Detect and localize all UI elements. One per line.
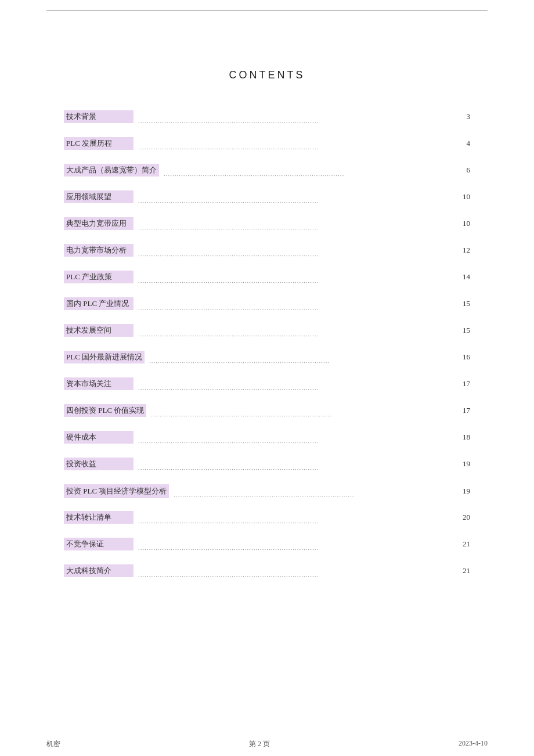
toc-title-12: 硬件成本 [64, 431, 134, 444]
toc-dots-9: ········································… [149, 359, 451, 366]
toc-title-16: 不竞争保证 [64, 538, 134, 550]
footer: 机密 第 2 页 2023-4-10 [0, 739, 534, 749]
toc-title-17: 大成科技简介 [64, 564, 134, 577]
toc-title-15: 技术转让清单 [64, 511, 134, 524]
toc-page-10: 17 [456, 379, 470, 388]
toc-page-15: 20 [456, 513, 470, 522]
toc-page-5: 12 [456, 246, 470, 255]
toc-page-11: 17 [456, 406, 470, 415]
toc-page-1: 4 [456, 139, 470, 148]
toc-page-6: 14 [456, 272, 470, 282]
toc-row: 技术发展空间 ·································… [64, 324, 470, 340]
toc-dots-17: ········································… [138, 573, 451, 579]
toc-dots-6: ········································… [138, 279, 451, 286]
toc-row: 国内 PLC 产业情况 ····························… [64, 297, 470, 314]
toc-dots-5: ········································… [138, 252, 451, 259]
toc-row: 投资收益 ···································… [64, 458, 470, 474]
toc-page-4: 10 [456, 219, 470, 228]
toc-page-12: 18 [456, 433, 470, 442]
toc-page-17: 21 [456, 566, 470, 575]
footer-left: 机密 [46, 739, 60, 749]
toc-dots-11: ········································… [151, 412, 451, 419]
toc-title-11: 四创投资 PLC 价值实现 [64, 404, 146, 417]
toc-title-14: 投资 PLC 项目经济学模型分析 [64, 484, 169, 498]
toc-title-8: 技术发展空间 [64, 324, 134, 337]
toc-dots-15: ········································… [138, 519, 451, 526]
toc-row: PLC 国外最新进展情况 ···························… [64, 351, 470, 367]
toc-title-13: 投资收益 [64, 458, 134, 470]
toc-page-9: 16 [456, 352, 470, 362]
page-container: CONTENTS 技术背景 ··························… [0, 10, 534, 756]
toc-dots-4: ········································… [138, 225, 451, 232]
toc-dots-2: ········································… [164, 172, 451, 179]
toc-row: 典型电力宽带应用 ·······························… [64, 217, 470, 233]
toc-row: PLC 发展历程 ·······························… [64, 137, 470, 153]
toc-row: 大成科技简介 ·································… [64, 564, 470, 581]
toc-container: 技术背景 ···································… [64, 105, 470, 581]
toc-row: 技术背景 ···································… [64, 110, 470, 127]
toc-page-14: 19 [456, 487, 470, 496]
toc-dots-0: ········································… [138, 118, 451, 125]
toc-row: 投资 PLC 项目经济学模型分析 ·······················… [64, 484, 470, 501]
toc-dots-12: ········································… [138, 439, 451, 446]
toc-title-0: 技术背景 [64, 110, 134, 123]
toc-page-7: 15 [456, 299, 470, 308]
toc-row: 资本市场关注 ·································… [64, 377, 470, 394]
toc-row: 四创投资 PLC 价值实现 ··························… [64, 404, 470, 420]
toc-row: 硬件成本 ···································… [64, 431, 470, 447]
toc-dots-7: ········································… [138, 305, 451, 312]
toc-title-10: 资本市场关注 [64, 377, 134, 390]
toc-dots-14: ········································… [174, 492, 451, 499]
toc-row: 不竞争保证 ··································… [64, 538, 470, 554]
toc-dots-10: ········································… [138, 386, 451, 393]
toc-title-2: 大成产品（易速宽带）简介 [64, 164, 159, 177]
toc-dots-13: ········································… [138, 466, 451, 473]
toc-page-3: 10 [456, 192, 470, 201]
toc-title-1: PLC 发展历程 [64, 137, 134, 150]
footer-right: 2023-4-10 [459, 739, 488, 749]
toc-row: 电力宽带市场分析 ·······························… [64, 244, 470, 260]
toc-page-8: 15 [456, 326, 470, 335]
toc-title-9: PLC 国外最新进展情况 [64, 351, 145, 363]
toc-dots-3: ········································… [138, 199, 451, 206]
toc-dots-8: ········································… [138, 332, 451, 339]
toc-dots-16: ········································… [138, 546, 451, 553]
toc-row: 大成产品（易速宽带）简介 ···························… [64, 164, 470, 180]
toc-row: 应用领域展望 ·································… [64, 190, 470, 207]
toc-row: 技术转让清单 ·································… [64, 511, 470, 527]
toc-title-4: 典型电力宽带应用 [64, 217, 134, 230]
toc-page-16: 21 [456, 539, 470, 549]
toc-dots-1: ········································… [138, 145, 451, 152]
footer-center: 第 2 页 [249, 739, 270, 749]
toc-page-0: 3 [456, 112, 470, 121]
toc-title-3: 应用领域展望 [64, 190, 134, 203]
toc-title-7: 国内 PLC 产业情况 [64, 297, 134, 310]
toc-title-6: PLC 产业政策 [64, 271, 134, 283]
toc-page-2: 6 [456, 165, 470, 175]
toc-page-13: 19 [456, 459, 470, 469]
top-border [46, 10, 488, 11]
toc-row: PLC 产业政策 ·······························… [64, 271, 470, 287]
toc-title-5: 电力宽带市场分析 [64, 244, 134, 257]
page-title: CONTENTS [0, 69, 534, 81]
